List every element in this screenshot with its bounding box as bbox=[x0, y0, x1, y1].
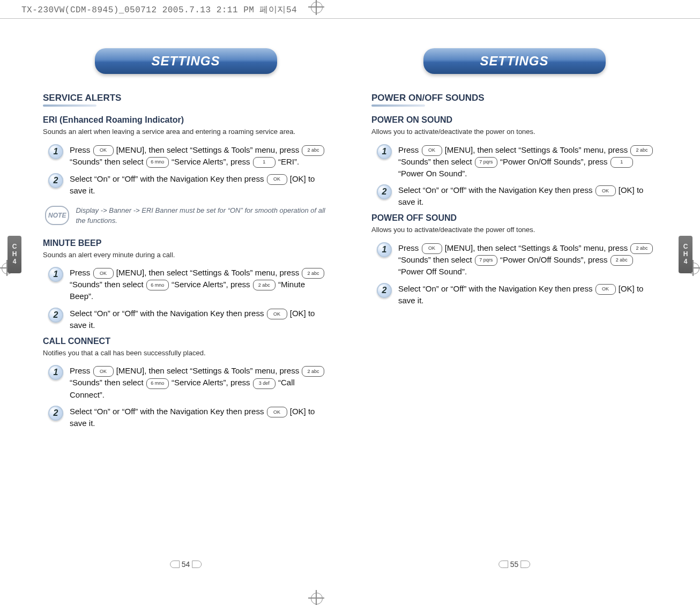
key-k1-icon: 1 bbox=[610, 157, 633, 168]
subsection-heading: ERI (Enhanced Roaming Indicator) bbox=[43, 115, 329, 125]
chapter-tab-right: CH 4 bbox=[679, 236, 692, 273]
key-ok-icon: OK bbox=[595, 185, 616, 196]
step-badge: 1 bbox=[377, 144, 392, 159]
page-number-left-value: 54 bbox=[182, 560, 190, 569]
key-k3-icon: 3 def bbox=[253, 378, 275, 389]
key-ok-icon: OK bbox=[93, 145, 114, 156]
key-ok-icon: OK bbox=[267, 174, 287, 185]
page-spread: CH 4 SETTINGS SERVICE ALERTSERI (Enhance… bbox=[21, 32, 679, 573]
key-k2-icon: 2 abc bbox=[302, 366, 324, 377]
key-ok-icon: OK bbox=[93, 366, 114, 377]
subsection-desc: Sounds an alert when leaving a service a… bbox=[43, 127, 329, 137]
section-heading: POWER ON/OFF SOUNDS bbox=[371, 93, 657, 103]
note-text: Display -> Banner -> ERI Banner must be … bbox=[76, 206, 329, 225]
step: 1Press OK [MENU], then select “Settings … bbox=[377, 242, 657, 278]
step-text: Select “On” or “Off” with the Navigation… bbox=[398, 184, 657, 208]
step-text: Press OK [MENU], then select “Settings &… bbox=[70, 267, 329, 302]
key-ok-icon: OK bbox=[267, 309, 287, 319]
page-title-right: SETTINGS bbox=[480, 54, 548, 69]
crop-line-top bbox=[0, 18, 700, 19]
page-title-pill-right: SETTINGS bbox=[423, 48, 606, 74]
chapter-tab-c: C bbox=[12, 243, 17, 251]
step-text: Press OK [MENU], then select “Settings &… bbox=[70, 144, 329, 168]
step-badge: 2 bbox=[377, 283, 392, 298]
key-k2-icon: 2 abc bbox=[253, 280, 275, 290]
note-icon: NOTE bbox=[45, 206, 69, 225]
page-title-left: SETTINGS bbox=[151, 54, 220, 69]
chapter-tab-h-r: H bbox=[683, 251, 688, 258]
step-text: Press OK [MENU], then select “Settings &… bbox=[398, 242, 657, 278]
step: 1Press OK [MENU], then select “Settings … bbox=[377, 144, 657, 180]
step-text: Select “On” or “Off” with the Navigation… bbox=[70, 173, 329, 197]
page-title-pill-left: SETTINGS bbox=[95, 48, 277, 74]
right-content: POWER ON/OFF SOUNDSPOWER ON SOUNDAllows … bbox=[371, 93, 657, 306]
left-page: CH 4 SETTINGS SERVICE ALERTSERI (Enhance… bbox=[21, 32, 350, 573]
crop-mark-bottom-icon bbox=[308, 590, 324, 605]
step-text: Select “On” or “Off” with the Navigation… bbox=[398, 283, 657, 307]
key-k1-icon: 1 bbox=[253, 157, 275, 168]
right-page: CH 4 SETTINGS POWER ON/OFF SOUNDSPOWER O… bbox=[350, 32, 679, 573]
step-badge: 2 bbox=[48, 173, 63, 188]
document-header: TX-230VW(CDM-8945)_050712 2005.7.13 2:11… bbox=[21, 4, 297, 16]
key-ok-icon: OK bbox=[422, 243, 442, 254]
key-k6-icon: 6 mno bbox=[146, 378, 169, 389]
step: 1Press OK [MENU], then select “Settings … bbox=[48, 144, 329, 168]
subsection-desc: Allows you to activate/deactivate the po… bbox=[371, 127, 657, 137]
step-badge: 1 bbox=[48, 267, 63, 282]
key-ok-icon: OK bbox=[267, 407, 287, 417]
page-number-right-value: 55 bbox=[510, 560, 519, 569]
subsection-desc: Allows you to activate/deactivate the po… bbox=[371, 225, 657, 235]
key-ok-icon: OK bbox=[422, 145, 442, 156]
step-text: Select “On” or “Off” with the Navigation… bbox=[70, 406, 329, 429]
step-badge: 2 bbox=[377, 184, 392, 199]
page-number-right: 55 bbox=[496, 560, 533, 570]
note: NOTEDisplay -> Banner -> ERI Banner must… bbox=[45, 206, 329, 225]
heading-underline bbox=[371, 104, 425, 107]
step-badge: 2 bbox=[48, 308, 63, 323]
canvas: TX-230VW(CDM-8945)_050712 2005.7.13 2:11… bbox=[0, 0, 700, 605]
step: 2Select “On” or “Off” with the Navigatio… bbox=[377, 283, 657, 307]
chapter-tab-left: CH 4 bbox=[8, 236, 21, 273]
page-number-left: 54 bbox=[168, 560, 204, 570]
key-k7-icon: 7 pqrs bbox=[475, 157, 497, 168]
key-k7-icon: 7 pqrs bbox=[475, 255, 497, 266]
chapter-tab-num: 4 bbox=[13, 258, 17, 266]
key-k6-icon: 6 mno bbox=[146, 280, 169, 290]
step: 2Select “On” or “Off” with the Navigatio… bbox=[48, 173, 329, 197]
key-k2-icon: 2 abc bbox=[302, 145, 324, 156]
step: 1Press OK [MENU], then select “Settings … bbox=[48, 267, 329, 302]
subsection-desc: Notifies you that a call has been succes… bbox=[43, 348, 329, 358]
step: 2Select “On” or “Off” with the Navigatio… bbox=[48, 308, 329, 331]
key-k2-icon: 2 abc bbox=[302, 268, 324, 279]
section-heading: SERVICE ALERTS bbox=[43, 93, 329, 103]
key-k2-icon: 2 abc bbox=[630, 145, 653, 156]
chapter-tab-h: H bbox=[12, 251, 17, 258]
left-content: SERVICE ALERTSERI (Enhanced Roaming Indi… bbox=[43, 93, 329, 429]
chapter-tab-c-r: C bbox=[683, 243, 688, 251]
chapter-tab-num-r: 4 bbox=[684, 258, 688, 266]
key-k2-icon: 2 abc bbox=[630, 243, 653, 254]
subsection-heading: CALL CONNECT bbox=[43, 337, 329, 346]
step-text: Press OK [MENU], then select “Settings &… bbox=[70, 365, 329, 400]
subsection-heading: POWER ON SOUND bbox=[371, 115, 657, 125]
step-text: Select “On” or “Off” with the Navigation… bbox=[70, 308, 329, 331]
key-k2-icon: 2 abc bbox=[610, 255, 633, 266]
key-ok-icon: OK bbox=[93, 268, 114, 279]
step-badge: 2 bbox=[48, 406, 63, 421]
step-badge: 1 bbox=[48, 365, 63, 380]
step: 2Select “On” or “Off” with the Navigatio… bbox=[377, 184, 657, 208]
step: 1Press OK [MENU], then select “Settings … bbox=[48, 365, 329, 400]
step: 2Select “On” or “Off” with the Navigatio… bbox=[48, 406, 329, 429]
key-ok-icon: OK bbox=[595, 284, 616, 295]
subsection-desc: Sounds an alert every minute during a ca… bbox=[43, 250, 329, 260]
heading-underline bbox=[43, 104, 96, 107]
subsection-heading: MINUTE BEEP bbox=[43, 238, 329, 248]
key-k6-icon: 6 mno bbox=[146, 157, 169, 168]
step-badge: 1 bbox=[377, 242, 392, 257]
step-text: Press OK [MENU], then select “Settings &… bbox=[398, 144, 657, 180]
step-badge: 1 bbox=[48, 144, 63, 159]
subsection-heading: POWER OFF SOUND bbox=[371, 213, 657, 223]
crop-mark-top-icon bbox=[308, 0, 324, 15]
